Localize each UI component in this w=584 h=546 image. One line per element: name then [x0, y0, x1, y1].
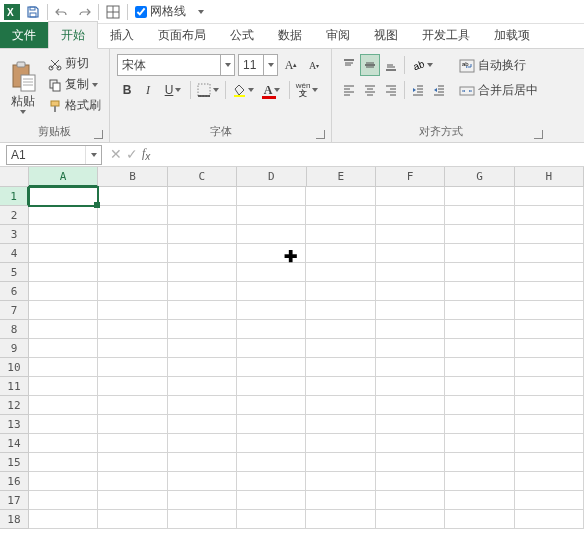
- cell[interactable]: [376, 320, 445, 339]
- cell[interactable]: [376, 225, 445, 244]
- row-header[interactable]: 1: [0, 187, 29, 206]
- cell[interactable]: [306, 472, 375, 491]
- cell[interactable]: [376, 472, 445, 491]
- cell[interactable]: [376, 244, 445, 263]
- cell[interactable]: [445, 187, 514, 206]
- cell[interactable]: [445, 415, 514, 434]
- cell[interactable]: [306, 434, 375, 453]
- fill-color-button[interactable]: [229, 79, 257, 101]
- cell[interactable]: [515, 320, 584, 339]
- orientation-button[interactable]: ab: [408, 54, 436, 76]
- cell[interactable]: [306, 263, 375, 282]
- cell[interactable]: [168, 187, 237, 206]
- underline-button[interactable]: U: [159, 79, 187, 101]
- enter-formula-button[interactable]: ✓: [126, 146, 138, 162]
- cell[interactable]: [515, 472, 584, 491]
- cell[interactable]: [306, 377, 375, 396]
- cell[interactable]: [168, 453, 237, 472]
- cell[interactable]: [98, 301, 167, 320]
- cell[interactable]: [515, 263, 584, 282]
- cell[interactable]: [237, 434, 306, 453]
- cell[interactable]: [168, 301, 237, 320]
- cell[interactable]: [29, 187, 98, 206]
- tab-home[interactable]: 开始: [48, 21, 98, 49]
- cell[interactable]: [445, 301, 514, 320]
- cell[interactable]: [376, 301, 445, 320]
- cell[interactable]: [29, 491, 98, 510]
- cell[interactable]: [29, 282, 98, 301]
- cell[interactable]: [515, 282, 584, 301]
- cell[interactable]: [98, 320, 167, 339]
- cell[interactable]: [168, 510, 237, 529]
- row-header[interactable]: 4: [0, 244, 29, 263]
- cell[interactable]: [168, 206, 237, 225]
- row-header[interactable]: 9: [0, 339, 29, 358]
- name-box[interactable]: A1: [6, 145, 102, 165]
- cell[interactable]: [98, 491, 167, 510]
- cell[interactable]: [29, 415, 98, 434]
- cell[interactable]: [445, 396, 514, 415]
- cell[interactable]: [376, 187, 445, 206]
- cell[interactable]: [29, 206, 98, 225]
- copy-button[interactable]: 复制: [46, 75, 103, 94]
- cell[interactable]: [306, 244, 375, 263]
- cell[interactable]: [98, 396, 167, 415]
- cell[interactable]: [168, 339, 237, 358]
- row-header[interactable]: 7: [0, 301, 29, 320]
- row-header[interactable]: 5: [0, 263, 29, 282]
- cell[interactable]: [29, 377, 98, 396]
- align-center-button[interactable]: [360, 79, 380, 101]
- cell[interactable]: [515, 434, 584, 453]
- cell[interactable]: [29, 453, 98, 472]
- qat-customize-button[interactable]: [190, 1, 212, 23]
- cell[interactable]: [168, 244, 237, 263]
- gridlines-checkbox[interactable]: 网格线: [135, 3, 186, 20]
- select-all-corner[interactable]: [0, 167, 29, 187]
- cell[interactable]: [306, 358, 375, 377]
- cell[interactable]: [515, 339, 584, 358]
- cell[interactable]: [515, 187, 584, 206]
- column-header[interactable]: A: [29, 167, 98, 187]
- tab-addin[interactable]: 加载项: [482, 22, 542, 48]
- cell[interactable]: [237, 320, 306, 339]
- row-header[interactable]: 16: [0, 472, 29, 491]
- cell[interactable]: [445, 263, 514, 282]
- cancel-formula-button[interactable]: ✕: [110, 146, 122, 162]
- tab-file[interactable]: 文件: [0, 22, 48, 48]
- cell[interactable]: [29, 358, 98, 377]
- column-header[interactable]: E: [307, 167, 376, 187]
- merge-center-button[interactable]: 合并后居中: [455, 79, 542, 102]
- cell[interactable]: [29, 434, 98, 453]
- cell[interactable]: [98, 415, 167, 434]
- cell[interactable]: [376, 453, 445, 472]
- cell[interactable]: [515, 510, 584, 529]
- cell[interactable]: [237, 301, 306, 320]
- tab-layout[interactable]: 页面布局: [146, 22, 218, 48]
- cell[interactable]: [237, 510, 306, 529]
- cell[interactable]: [445, 320, 514, 339]
- cell[interactable]: [98, 358, 167, 377]
- decrease-font-button[interactable]: A▾: [304, 54, 324, 76]
- cell[interactable]: [445, 453, 514, 472]
- row-header[interactable]: 12: [0, 396, 29, 415]
- cell[interactable]: [168, 415, 237, 434]
- cell[interactable]: [306, 301, 375, 320]
- cell[interactable]: [306, 415, 375, 434]
- cell[interactable]: [168, 225, 237, 244]
- cell[interactable]: [445, 510, 514, 529]
- cell[interactable]: [445, 225, 514, 244]
- cell[interactable]: [29, 301, 98, 320]
- bold-button[interactable]: B: [117, 79, 137, 101]
- row-header[interactable]: 17: [0, 491, 29, 510]
- cell[interactable]: [376, 415, 445, 434]
- cell[interactable]: [376, 377, 445, 396]
- cell[interactable]: [515, 453, 584, 472]
- cell[interactable]: [29, 472, 98, 491]
- cell[interactable]: [445, 358, 514, 377]
- formula-input[interactable]: [156, 145, 584, 165]
- row-header[interactable]: 11: [0, 377, 29, 396]
- tab-view[interactable]: 视图: [362, 22, 410, 48]
- cell[interactable]: [515, 415, 584, 434]
- cell[interactable]: [29, 339, 98, 358]
- cell[interactable]: [237, 472, 306, 491]
